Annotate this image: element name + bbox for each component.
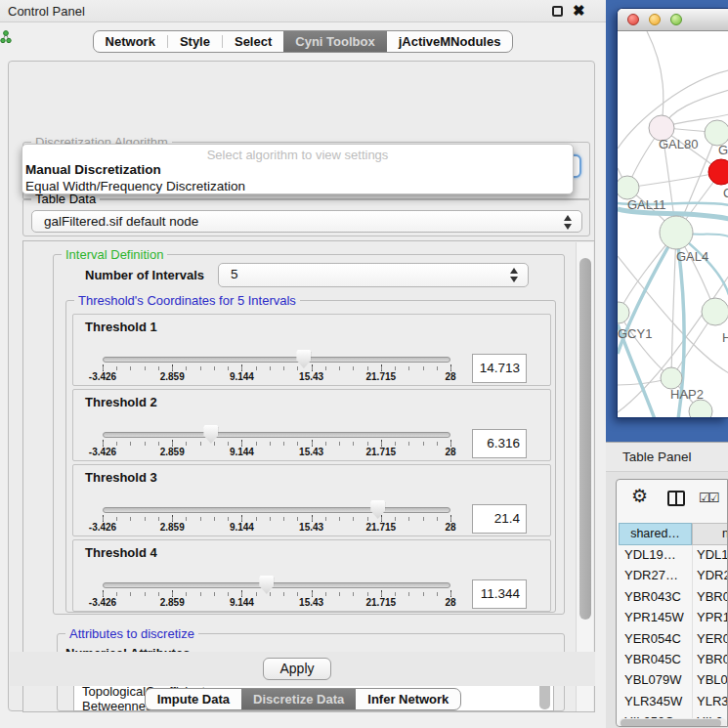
threshold-panel: Threshold 1 -3.4262.8599.14415.4321.7152… [72,314,551,386]
node-label: C [723,186,728,200]
threshold-panel: Threshold 2 -3.4262.8599.14415.4321.7152… [72,389,551,461]
spinner-stepper-icon [510,268,519,282]
network-node[interactable] [618,302,629,323]
tick-label: 15.43 [299,522,323,533]
tab-cyni-toolbox[interactable]: Cyni Toolbox [283,31,386,52]
tab-style[interactable]: Style [168,31,222,52]
table-row[interactable]: YBR045C YBR0 [619,650,728,670]
node-label: GA [718,143,728,157]
cell-shared-name: YBR045C [624,652,689,666]
tab-network[interactable]: Network [94,31,167,52]
network-node[interactable] [702,298,728,325]
tick-label: 28 [445,371,455,382]
network-node[interactable] [661,367,682,389]
node-label: GCY1 [618,326,652,341]
node-label: H [722,330,728,345]
tick-label: 21.715 [366,447,397,457]
slider-minor-ticks [103,366,452,370]
table-row[interactable]: YDR27… YDR2 [619,566,728,586]
tab-discretize-data[interactable]: Discretize Data [241,689,356,709]
threshold-value-field[interactable]: 11.344 [472,579,527,609]
network-node[interactable] [660,216,693,249]
table-panel-title: Table Panel [622,450,692,464]
number-of-intervals-label: Number of Intervals [85,268,204,282]
dropdown-option-equal-width[interactable]: Equal Width/Frequency Discretization [25,179,245,193]
slider-track[interactable] [103,582,450,588]
tab-select[interactable]: Select [223,31,283,52]
network-node[interactable] [618,176,639,199]
gear-icon[interactable]: ⚙ [631,485,648,507]
horizontal-scrollbar[interactable] [619,718,727,727]
threshold-label: Threshold 4 [85,545,157,560]
slider-track[interactable] [103,432,450,438]
algorithm-dropdown-popup: Select algorithm to view settings Manual… [21,144,574,194]
network-window-titlebar[interactable] [618,9,728,31]
column-header-shared-name[interactable]: shared… [619,523,692,545]
cell-shared-name: YBR043C [624,589,689,604]
column-select-icon[interactable]: ☑☑ [699,491,717,505]
vertical-scrollbar[interactable] [576,242,593,712]
node-label: GAL11 [627,197,666,212]
apply-button[interactable]: Apply [263,658,331,680]
network-graph [618,31,728,418]
horizontal-scrollbar-thumb[interactable] [621,719,721,727]
table-row[interactable]: YER054C YER0 [619,629,728,650]
cell-name: YPR1 [697,610,728,624]
slider-track[interactable] [103,357,450,363]
network-canvas[interactable]: GAL80GACGAL11GAL4GCY1HHAP2 [618,31,728,418]
table-panel-body: ⚙ ☑☑ shared… na YDL19… YDL1 YDR27… YDR2 … [606,472,728,728]
tick-label: 15.43 [299,447,323,457]
number-of-intervals-spinner[interactable]: 5 [218,263,529,287]
slider-minor-ticks [103,592,452,596]
close-traffic-light-icon[interactable] [627,14,639,25]
threshold-value-field[interactable]: 21.4 [472,504,527,534]
zoom-traffic-light-icon[interactable] [670,14,682,25]
cell-name: YDL1 [697,547,728,562]
thresholds-group: Threshold's Coordinates for 5 Intervals … [65,300,556,613]
cell-name: YER0 [697,631,728,646]
table-row[interactable]: YDL19… YDL1 [619,545,728,566]
close-icon[interactable]: ✖ [573,2,585,20]
top-tab-bar: Network Style Select Cyni Toolbox jActiv… [0,30,606,53]
table-row[interactable]: YBR043C YBR0 [619,587,728,608]
tick-label: 9.144 [230,597,254,608]
minimize-traffic-light-icon[interactable] [649,14,661,25]
tab-label: Style [180,34,210,49]
table-data-group: Table Data galFiltered.sif default node [22,198,590,236]
tick-label: 2.859 [160,371,185,382]
tab-label: jActiveMNodules [399,34,501,49]
tick-label: 15.43 [299,597,323,608]
cyni-panel-body: Discretization Algorithm Table Data galF… [8,61,595,711]
cell-name: YDR2 [697,568,728,582]
threshold-label: Threshold 1 [85,320,157,334]
column-header-name[interactable]: na [692,523,728,545]
cell-shared-name: YDR27… [624,568,689,582]
group-title: Threshold's Coordinates for 5 Intervals [74,293,300,308]
network-view-window[interactable]: GAL80GACGAL11GAL4GCY1HHAP2 [617,8,728,418]
tick-label: 9.144 [230,447,254,457]
table-row[interactable]: YLR345W YLR3 [619,692,728,712]
cell-name: YBR0 [697,652,728,666]
spinner-value: 5 [231,267,238,281]
table-row[interactable]: YBL079W YBL0 [619,670,728,691]
threshold-value-field[interactable]: 6.316 [472,429,527,458]
table-row[interactable]: YPR145W YPR1 [619,608,728,628]
table-data-combobox[interactable]: galFiltered.sif default node [31,210,582,233]
slider-minor-ticks [103,442,452,446]
float-window-icon[interactable] [552,6,563,17]
control-panel-titlebar: Control Panel [0,0,606,22]
threshold-panel: Threshold 4 -3.4262.8599.14415.4321.7152… [72,539,551,612]
tick-label: 2.859 [160,447,185,457]
tab-label: Select [235,34,272,49]
network-node[interactable] [689,400,712,418]
vertical-scrollbar-thumb[interactable] [579,258,591,620]
tick-label: 15.43 [299,371,323,382]
slider-track[interactable] [103,507,450,513]
network-node-selected[interactable] [708,159,728,185]
dropdown-option-manual[interactable]: Manual Discretization [25,162,161,177]
tab-impute-data[interactable]: Impute Data [146,689,241,709]
threshold-value-field[interactable]: 14.713 [472,354,527,383]
tab-jactivemnodules[interactable]: jActiveMNodules [387,31,513,52]
split-panel-icon[interactable] [667,491,685,506]
tab-infer-network[interactable]: Infer Network [356,689,460,709]
